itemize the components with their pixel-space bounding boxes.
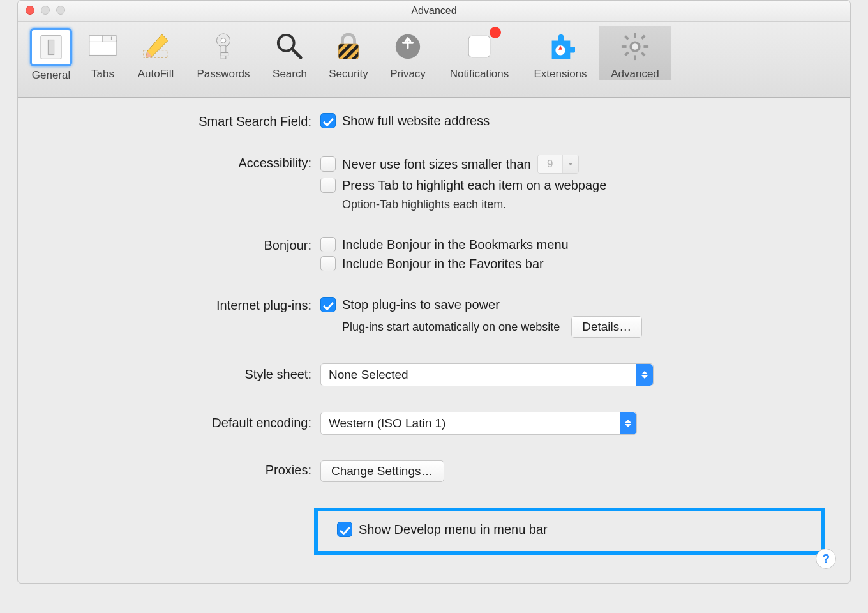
close-window-button[interactable] [26, 6, 34, 15]
min-font-size-input[interactable] [538, 155, 562, 173]
tab-general[interactable]: General [23, 26, 79, 82]
tabs-icon: + [82, 28, 123, 65]
encoding-popup-arrows-icon [620, 412, 636, 434]
window-title: Advanced [411, 5, 456, 17]
encoding-popup[interactable]: Western (ISO Latin 1) [320, 412, 637, 435]
privacy-icon [387, 28, 428, 65]
preferences-window: Advanced General + Tabs AutoFill Pas [17, 0, 851, 584]
minimize-window-button[interactable] [41, 6, 50, 15]
show-develop-menu-checkbox[interactable] [337, 522, 352, 537]
bonjour-bookmarks-checkbox[interactable] [320, 237, 336, 252]
passwords-icon [203, 28, 244, 65]
plugins-hint: Plug-ins start automatically on one webs… [342, 321, 560, 334]
titlebar: Advanced [18, 1, 850, 22]
tab-security[interactable]: Security [318, 26, 379, 80]
chevron-down-icon[interactable] [562, 155, 578, 173]
bonjour-bookmarks-label: Include Bonjour in the Bookmarks menu [342, 238, 569, 252]
svg-rect-3 [89, 36, 103, 42]
svg-rect-25 [624, 35, 629, 40]
svg-line-12 [292, 49, 301, 57]
encoding-label: Default encoding: [43, 412, 320, 430]
show-full-address-checkbox[interactable] [320, 113, 336, 128]
tab-advanced[interactable]: Advanced [599, 26, 671, 80]
accessibility-label: Accessibility: [43, 155, 320, 170]
notifications-icon [459, 28, 500, 65]
plugin-details-button[interactable]: Details… [571, 316, 642, 338]
stylesheet-popup[interactable]: None Selected [320, 363, 654, 386]
svg-rect-21 [634, 33, 636, 38]
zoom-window-button[interactable] [56, 6, 65, 15]
svg-rect-2 [89, 40, 116, 55]
stylesheet-value: None Selected [321, 368, 636, 382]
svg-text:+: + [110, 34, 114, 42]
window-controls [26, 6, 65, 15]
svg-rect-9 [221, 45, 226, 59]
min-font-size-field[interactable] [537, 155, 579, 174]
show-full-address-label: Show full website address [342, 114, 490, 128]
svg-point-20 [632, 43, 638, 50]
help-icon: ? [822, 552, 830, 566]
encoding-value: Western (ISO Latin 1) [321, 416, 620, 430]
tab-autofill[interactable]: AutoFill [126, 26, 185, 80]
press-tab-label: Press Tab to highlight each item on a we… [342, 178, 606, 193]
advanced-icon [615, 28, 655, 65]
svg-rect-14 [339, 44, 359, 59]
change-proxy-settings-button[interactable]: Change Settings… [320, 460, 444, 482]
stylesheet-label: Style sheet: [43, 363, 320, 382]
svg-rect-1 [48, 40, 54, 55]
develop-highlight-box: Show Develop menu in menu bar [314, 508, 825, 555]
bonjour-favorites-label: Include Bonjour in the Favorites bar [342, 257, 544, 271]
tab-tabs[interactable]: + Tabs [79, 26, 126, 80]
stop-plugins-label: Stop plug-ins to save power [342, 298, 500, 312]
svg-rect-23 [622, 45, 627, 48]
extensions-icon [540, 28, 581, 65]
svg-point-8 [221, 38, 226, 43]
smart-search-label: Smart Search Field: [43, 113, 320, 129]
stop-plugins-checkbox[interactable] [320, 297, 336, 312]
help-button[interactable]: ? [816, 549, 836, 569]
general-icon [30, 28, 72, 66]
tab-extensions[interactable]: Extensions [522, 26, 599, 80]
svg-rect-28 [624, 51, 629, 56]
show-develop-menu-label: Show Develop menu in menu bar [359, 522, 548, 537]
security-icon [328, 28, 369, 65]
stylesheet-popup-arrows-icon [636, 364, 653, 386]
tab-search[interactable]: Search [262, 26, 318, 80]
plugins-label: Internet plug-ins: [43, 297, 320, 313]
svg-rect-24 [643, 45, 648, 48]
preferences-toolbar: General + Tabs AutoFill Passwords Search [18, 22, 850, 98]
search-icon [269, 28, 310, 65]
bonjour-favorites-checkbox[interactable] [320, 256, 336, 271]
autofill-icon [135, 28, 176, 65]
notification-badge-icon [490, 27, 501, 38]
min-font-size-checkbox[interactable] [320, 156, 336, 172]
press-tab-checkbox[interactable] [320, 178, 336, 193]
press-tab-hint: Option-Tab highlights each item. [342, 198, 825, 211]
bonjour-label: Bonjour: [43, 237, 320, 253]
tab-notifications[interactable]: Notifications [437, 26, 522, 80]
tab-passwords[interactable]: Passwords [185, 26, 262, 80]
svg-rect-26 [641, 52, 645, 56]
proxies-label: Proxies: [43, 460, 320, 478]
min-font-size-label: Never use font sizes smaller than [342, 157, 531, 172]
svg-rect-27 [641, 35, 645, 40]
svg-rect-17 [468, 36, 490, 57]
tab-privacy[interactable]: Privacy [379, 26, 437, 80]
advanced-pane: Smart Search Field: Show full website ad… [18, 98, 850, 584]
svg-rect-22 [634, 55, 636, 60]
svg-rect-10 [221, 53, 228, 56]
